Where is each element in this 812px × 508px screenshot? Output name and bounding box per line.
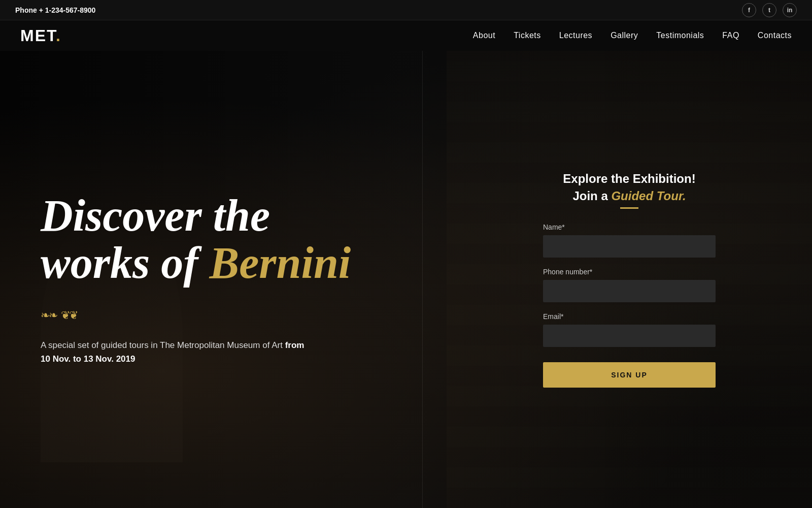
logo-text: MET xyxy=(20,26,56,45)
hero-desc-plain: A special set of guided tours in The Met… xyxy=(41,340,285,350)
nav-link-gallery[interactable]: Gallery xyxy=(611,31,638,40)
phone-number-label: Phone number* xyxy=(543,268,716,276)
laurel-left-icon: ❧❧ xyxy=(41,309,57,322)
hero-title-highlight: Bernini xyxy=(210,238,351,288)
email-input[interactable] xyxy=(543,325,716,347)
phone-info: Phone + 1-234-567-8900 xyxy=(15,6,95,14)
laurel-divider: ❧❧ ❦❦ xyxy=(41,309,406,322)
social-icons-group: f t in xyxy=(742,3,797,17)
nav-link-contacts[interactable]: Contacts xyxy=(758,31,792,40)
site-logo[interactable]: MET. xyxy=(20,26,61,45)
form-underline-decoration xyxy=(620,207,638,209)
form-title: Explore the Exhibition! xyxy=(543,172,716,186)
form-group-name: Name* xyxy=(543,223,716,258)
nav-item-gallery[interactable]: Gallery xyxy=(611,31,638,40)
form-group-email: Email* xyxy=(543,312,716,347)
nav-link-about[interactable]: About xyxy=(473,31,495,40)
name-input[interactable] xyxy=(543,235,716,258)
nav-item-about[interactable]: About xyxy=(473,31,495,40)
email-label: Email* xyxy=(543,312,716,321)
nav-item-lectures[interactable]: Lectures xyxy=(559,31,592,40)
hero-divider xyxy=(422,51,423,508)
phone-input[interactable] xyxy=(543,280,716,302)
form-group-phone: Phone number* xyxy=(543,268,716,302)
nav-item-faq[interactable]: FAQ xyxy=(722,31,739,40)
top-bar: Phone + 1-234-567-8900 f t in xyxy=(0,0,812,20)
phone-label: Phone xyxy=(15,6,37,14)
signup-button[interactable]: SIGN UP xyxy=(543,362,716,388)
form-subtitle: Join a Guided Tour. xyxy=(543,189,716,203)
nav-links: About Tickets Lectures Gallery Testimoni… xyxy=(473,31,792,40)
nav-link-tickets[interactable]: Tickets xyxy=(514,31,541,40)
twitter-icon[interactable]: t xyxy=(762,3,776,17)
nav-item-contacts[interactable]: Contacts xyxy=(758,31,792,40)
phone-number: + 1-234-567-8900 xyxy=(37,6,96,14)
hero-content-right: Explore the Exhibition! Join a Guided To… xyxy=(447,51,812,508)
form-subtitle-plain: Join a xyxy=(572,189,611,203)
nav-link-lectures[interactable]: Lectures xyxy=(559,31,592,40)
linkedin-icon[interactable]: in xyxy=(783,3,797,17)
logo-dot: . xyxy=(56,26,61,45)
laurel-right-icon: ❦❦ xyxy=(61,309,77,322)
facebook-icon[interactable]: f xyxy=(742,3,756,17)
nav-link-faq[interactable]: FAQ xyxy=(722,31,739,40)
nav-item-tickets[interactable]: Tickets xyxy=(514,31,541,40)
main-nav: MET. About Tickets Lectures Gallery Test… xyxy=(0,20,812,51)
hero-title-line2: works of xyxy=(41,238,210,288)
hero-description: A special set of guided tours in The Met… xyxy=(41,338,304,366)
hero-title-line1: Discover the xyxy=(41,191,270,240)
nav-link-testimonials[interactable]: Testimonials xyxy=(656,31,704,40)
form-subtitle-highlight: Guided Tour. xyxy=(611,189,686,203)
name-label: Name* xyxy=(543,223,716,231)
hero-section: Discover the works of Bernini ❧❧ ❦❦ A sp… xyxy=(0,51,812,508)
hero-title: Discover the works of Bernini xyxy=(41,193,406,287)
hero-content-left: Discover the works of Bernini ❧❧ ❦❦ A sp… xyxy=(0,51,447,508)
nav-item-testimonials[interactable]: Testimonials xyxy=(656,31,704,40)
form-panel: Explore the Exhibition! Join a Guided To… xyxy=(543,162,716,398)
